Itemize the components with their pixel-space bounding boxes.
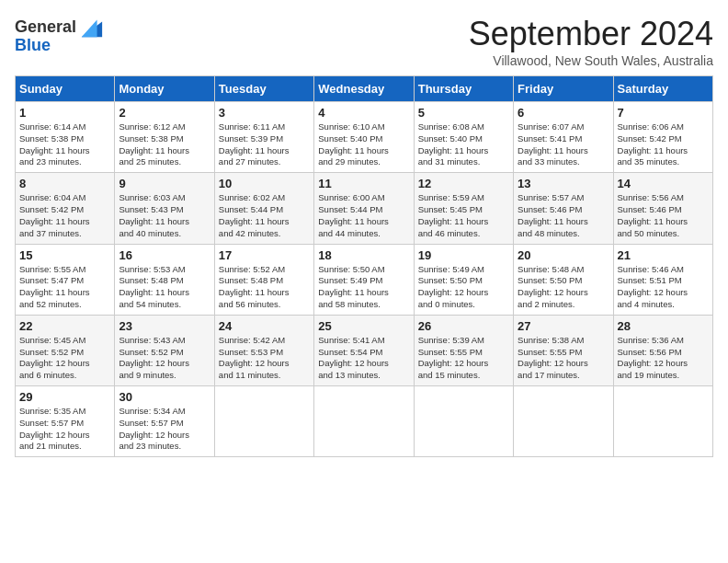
day-number: 11	[318, 177, 409, 190]
calendar-header-monday: Monday	[115, 76, 214, 102]
day-number: 14	[618, 177, 709, 190]
calendar-cell	[214, 386, 313, 457]
day-info: Sunrise: 5:45 AM Sunset: 5:52 PM Dayligh…	[19, 335, 110, 382]
day-info: Sunrise: 6:07 AM Sunset: 5:41 PM Dayligh…	[518, 121, 609, 168]
calendar-week-1: 1Sunrise: 6:14 AM Sunset: 5:38 PM Daylig…	[16, 102, 713, 173]
day-info: Sunrise: 6:02 AM Sunset: 5:44 PM Dayligh…	[219, 192, 310, 239]
calendar-cell: 30Sunrise: 5:34 AM Sunset: 5:57 PM Dayli…	[115, 386, 214, 457]
day-info: Sunrise: 5:38 AM Sunset: 5:55 PM Dayligh…	[518, 335, 609, 382]
calendar-week-4: 22Sunrise: 5:45 AM Sunset: 5:52 PM Dayli…	[16, 315, 713, 385]
day-info: Sunrise: 5:49 AM Sunset: 5:50 PM Dayligh…	[418, 264, 509, 311]
day-number: 16	[119, 248, 210, 262]
calendar-cell: 25Sunrise: 5:41 AM Sunset: 5:54 PM Dayli…	[314, 315, 414, 385]
day-number: 21	[618, 248, 709, 262]
day-info: Sunrise: 5:55 AM Sunset: 5:47 PM Dayligh…	[19, 264, 110, 311]
day-number: 24	[219, 319, 310, 333]
day-info: Sunrise: 5:34 AM Sunset: 5:57 PM Dayligh…	[119, 406, 210, 453]
calendar-cell: 9Sunrise: 6:03 AM Sunset: 5:43 PM Daylig…	[115, 173, 214, 244]
day-number: 29	[19, 390, 110, 404]
day-number: 17	[219, 248, 310, 262]
day-number: 19	[418, 248, 509, 262]
calendar-week-3: 15Sunrise: 5:55 AM Sunset: 5:47 PM Dayli…	[16, 244, 713, 315]
calendar-cell: 3Sunrise: 6:11 AM Sunset: 5:39 PM Daylig…	[214, 102, 313, 173]
day-info: Sunrise: 6:10 AM Sunset: 5:40 PM Dayligh…	[318, 121, 409, 168]
calendar-cell: 29Sunrise: 5:35 AM Sunset: 5:57 PM Dayli…	[16, 386, 115, 457]
calendar-cell: 21Sunrise: 5:46 AM Sunset: 5:51 PM Dayli…	[613, 244, 712, 315]
day-info: Sunrise: 5:39 AM Sunset: 5:55 PM Dayligh…	[418, 335, 509, 382]
day-number: 8	[19, 177, 110, 190]
location-subtitle: Villawood, New South Wales, Australia	[469, 53, 713, 68]
calendar-cell: 27Sunrise: 5:38 AM Sunset: 5:55 PM Dayli…	[514, 315, 613, 385]
calendar-cell: 18Sunrise: 5:50 AM Sunset: 5:49 PM Dayli…	[314, 244, 414, 315]
calendar-header-row: SundayMondayTuesdayWednesdayThursdayFrid…	[16, 76, 713, 102]
day-info: Sunrise: 6:00 AM Sunset: 5:44 PM Dayligh…	[318, 192, 409, 239]
day-info: Sunrise: 5:46 AM Sunset: 5:51 PM Dayligh…	[618, 264, 709, 311]
calendar-header-wednesday: Wednesday	[314, 76, 414, 102]
day-number: 25	[318, 319, 409, 333]
calendar-cell: 10Sunrise: 6:02 AM Sunset: 5:44 PM Dayli…	[214, 173, 313, 244]
calendar-cell: 20Sunrise: 5:48 AM Sunset: 5:50 PM Dayli…	[514, 244, 613, 315]
day-info: Sunrise: 6:12 AM Sunset: 5:38 PM Dayligh…	[119, 121, 210, 168]
calendar-cell: 1Sunrise: 6:14 AM Sunset: 5:38 PM Daylig…	[16, 102, 115, 173]
day-info: Sunrise: 5:59 AM Sunset: 5:45 PM Dayligh…	[418, 192, 509, 239]
svg-marker-1	[82, 20, 97, 38]
logo-icon	[78, 15, 104, 40]
day-number: 10	[219, 177, 310, 190]
day-number: 12	[418, 177, 509, 190]
day-number: 3	[219, 106, 310, 120]
day-number: 5	[418, 106, 509, 120]
calendar-cell: 26Sunrise: 5:39 AM Sunset: 5:55 PM Dayli…	[414, 315, 513, 385]
calendar-header-friday: Friday	[514, 76, 613, 102]
calendar-cell	[514, 386, 613, 457]
day-info: Sunrise: 6:06 AM Sunset: 5:42 PM Dayligh…	[618, 121, 709, 168]
calendar-cell: 24Sunrise: 5:42 AM Sunset: 5:53 PM Dayli…	[214, 315, 313, 385]
day-info: Sunrise: 5:42 AM Sunset: 5:53 PM Dayligh…	[219, 335, 310, 382]
calendar-table: SundayMondayTuesdayWednesdayThursdayFrid…	[15, 75, 713, 457]
calendar-cell: 8Sunrise: 6:04 AM Sunset: 5:42 PM Daylig…	[16, 173, 115, 244]
calendar-cell: 28Sunrise: 5:36 AM Sunset: 5:56 PM Dayli…	[613, 315, 712, 385]
logo-general-text: General	[15, 18, 76, 37]
day-info: Sunrise: 6:14 AM Sunset: 5:38 PM Dayligh…	[19, 121, 110, 168]
day-number: 23	[119, 319, 210, 333]
calendar-cell: 11Sunrise: 6:00 AM Sunset: 5:44 PM Dayli…	[314, 173, 414, 244]
day-info: Sunrise: 5:53 AM Sunset: 5:48 PM Dayligh…	[119, 264, 210, 311]
calendar-cell: 6Sunrise: 6:07 AM Sunset: 5:41 PM Daylig…	[514, 102, 613, 173]
month-title: September 2024	[469, 15, 713, 53]
calendar-cell: 19Sunrise: 5:49 AM Sunset: 5:50 PM Dayli…	[414, 244, 513, 315]
calendar-header-thursday: Thursday	[414, 76, 513, 102]
calendar-cell: 13Sunrise: 5:57 AM Sunset: 5:46 PM Dayli…	[514, 173, 613, 244]
day-info: Sunrise: 5:52 AM Sunset: 5:48 PM Dayligh…	[219, 264, 310, 311]
calendar-cell	[314, 386, 414, 457]
day-number: 22	[19, 319, 110, 333]
day-number: 9	[119, 177, 210, 190]
calendar-cell: 4Sunrise: 6:10 AM Sunset: 5:40 PM Daylig…	[314, 102, 414, 173]
header: General Blue September 2024 Villawood, N…	[15, 15, 713, 68]
day-number: 18	[318, 248, 409, 262]
day-info: Sunrise: 6:11 AM Sunset: 5:39 PM Dayligh…	[219, 121, 310, 168]
day-number: 2	[119, 106, 210, 120]
day-info: Sunrise: 5:50 AM Sunset: 5:49 PM Dayligh…	[318, 264, 409, 311]
day-info: Sunrise: 5:41 AM Sunset: 5:54 PM Dayligh…	[318, 335, 409, 382]
day-number: 13	[518, 177, 609, 190]
day-number: 1	[19, 106, 110, 120]
day-info: Sunrise: 5:43 AM Sunset: 5:52 PM Dayligh…	[119, 335, 210, 382]
day-info: Sunrise: 5:36 AM Sunset: 5:56 PM Dayligh…	[618, 335, 709, 382]
day-info: Sunrise: 6:03 AM Sunset: 5:43 PM Dayligh…	[119, 192, 210, 239]
day-info: Sunrise: 6:08 AM Sunset: 5:40 PM Dayligh…	[418, 121, 509, 168]
day-number: 26	[418, 319, 509, 333]
day-number: 30	[119, 390, 210, 404]
calendar-cell: 16Sunrise: 5:53 AM Sunset: 5:48 PM Dayli…	[115, 244, 214, 315]
calendar-cell: 14Sunrise: 5:56 AM Sunset: 5:46 PM Dayli…	[613, 173, 712, 244]
day-number: 7	[618, 106, 709, 120]
calendar-cell: 2Sunrise: 6:12 AM Sunset: 5:38 PM Daylig…	[115, 102, 214, 173]
calendar-week-2: 8Sunrise: 6:04 AM Sunset: 5:42 PM Daylig…	[16, 173, 713, 244]
calendar-header-sunday: Sunday	[16, 76, 115, 102]
calendar-cell: 7Sunrise: 6:06 AM Sunset: 5:42 PM Daylig…	[613, 102, 712, 173]
day-info: Sunrise: 5:57 AM Sunset: 5:46 PM Dayligh…	[518, 192, 609, 239]
day-number: 28	[618, 319, 709, 333]
day-number: 4	[318, 106, 409, 120]
calendar-header-saturday: Saturday	[613, 76, 712, 102]
calendar-cell: 15Sunrise: 5:55 AM Sunset: 5:47 PM Dayli…	[16, 244, 115, 315]
calendar-cell: 5Sunrise: 6:08 AM Sunset: 5:40 PM Daylig…	[414, 102, 513, 173]
day-number: 20	[518, 248, 609, 262]
